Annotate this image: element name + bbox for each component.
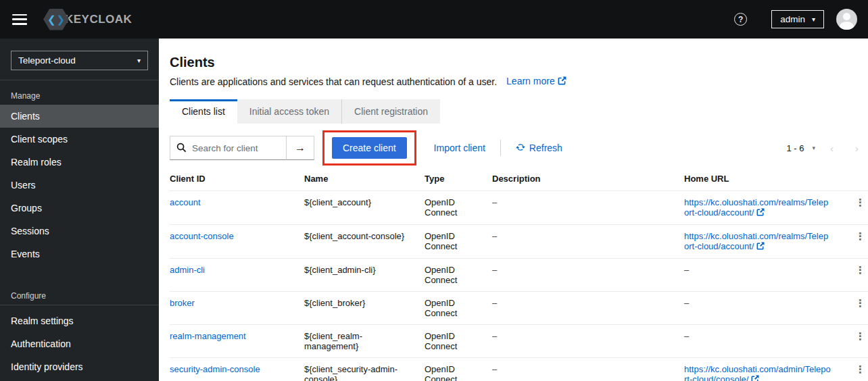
client-id-link[interactable]: realm-management [170, 331, 246, 341]
pagination-prev-icon[interactable]: ‹ [821, 143, 843, 154]
client-description: – [492, 292, 684, 325]
kebab-menu-icon[interactable]: ⋮ [855, 330, 865, 342]
sidebar-item-clients[interactable]: Clients [0, 105, 159, 128]
sidebar-item-users[interactable]: Users [0, 174, 159, 197]
refresh-icon [516, 143, 525, 154]
masthead: ❮❯ KEYCLOAK ? admin ▾ [0, 0, 868, 39]
client-type: OpenID Connect [425, 225, 492, 259]
table-row: account ${client_account} OpenID Connect… [170, 191, 868, 225]
client-type: OpenID Connect [425, 292, 492, 325]
home-url-empty: – [684, 325, 841, 358]
toolbar-divider [500, 140, 501, 156]
hamburger-menu-icon[interactable] [12, 14, 27, 25]
col-client-id: Client ID [170, 167, 304, 191]
logo-chevron-left: ❮ [47, 14, 56, 24]
col-description: Description [492, 167, 684, 191]
external-link-icon [756, 242, 765, 252]
table-header-row: Client ID Name Type Description Home URL [170, 167, 868, 191]
kebab-menu-icon[interactable]: ⋮ [855, 264, 865, 276]
col-actions [841, 167, 868, 191]
kebab-menu-icon[interactable]: ⋮ [855, 363, 865, 375]
import-client-link[interactable]: Import client [434, 143, 485, 153]
help-icon[interactable]: ? [734, 13, 747, 26]
client-name: ${client_admin-cli} [304, 259, 425, 292]
caret-down-icon: ▾ [812, 16, 815, 23]
sidebar-divider [0, 305, 159, 305]
tab-clients-list[interactable]: Clients list [170, 99, 237, 124]
pagination-range: 1 - 6 [786, 143, 804, 153]
learn-more-link[interactable]: Learn more [506, 76, 566, 87]
client-id-link[interactable]: account [170, 197, 201, 207]
search-submit-button[interactable]: → [286, 136, 314, 160]
client-type: OpenID Connect [425, 259, 492, 292]
kebab-menu-icon[interactable]: ⋮ [855, 197, 865, 208]
tab-bar: Clients list Initial access token Client… [170, 99, 868, 124]
user-menu-label: admin [780, 14, 805, 24]
client-name: ${client_realm-management} [304, 325, 425, 358]
sidebar-item-identity-providers[interactable]: Identity providers [0, 355, 159, 378]
search-input[interactable] [170, 143, 286, 153]
pagination-top: 1 - 6 ▾ ‹ › [786, 143, 868, 154]
home-url-link[interactable]: https://kc.oluoshati.com/realms/Teleport… [684, 197, 828, 218]
client-type: OpenID Connect [425, 191, 492, 225]
page-description: Clients are applications and services th… [170, 76, 497, 87]
realm-selector[interactable]: Teleport-cloud ▾ [11, 51, 148, 70]
annotation-highlight-box: Create client [322, 130, 416, 166]
col-home-url: Home URL [684, 167, 841, 191]
sidebar-item-realm-settings[interactable]: Realm settings [0, 309, 159, 332]
sidebar: Teleport-cloud ▾ Manage Clients Client s… [0, 39, 159, 381]
home-url-empty: – [684, 259, 841, 292]
sidebar-item-groups[interactable]: Groups [0, 197, 159, 220]
caret-down-icon: ▾ [137, 57, 141, 64]
keycloak-logo[interactable]: ❮❯ KEYCLOAK [43, 9, 132, 30]
user-menu-dropdown[interactable]: admin ▾ [771, 10, 824, 28]
external-link-icon [751, 375, 759, 381]
home-url-link[interactable]: https://kc.oluoshati.com/realms/Teleport… [684, 231, 828, 251]
client-id-link[interactable]: account-console [170, 231, 234, 241]
client-description: – [492, 259, 684, 292]
client-name: ${client_broker} [304, 292, 425, 325]
realm-selector-label: Teleport-cloud [18, 55, 76, 66]
section-title-configure: Configure [0, 280, 159, 305]
client-description: – [492, 191, 684, 225]
client-description: – [492, 225, 684, 259]
sidebar-item-realm-roles[interactable]: Realm roles [0, 151, 159, 174]
client-description: – [492, 325, 684, 358]
col-name: Name [304, 167, 425, 191]
home-url-link[interactable]: https://kc.oluoshati.com/admin/Teleport-… [684, 364, 831, 381]
table-row: account-console ${client_account-console… [170, 225, 868, 259]
sidebar-item-events[interactable]: Events [0, 243, 159, 265]
tab-initial-access-token[interactable]: Initial access token [237, 99, 342, 124]
kebab-menu-icon[interactable]: ⋮ [855, 230, 865, 242]
create-client-button[interactable]: Create client [332, 137, 407, 159]
table-row: broker ${client_broker} OpenID Connect –… [170, 292, 868, 325]
external-link-icon [756, 208, 765, 218]
home-url-empty: – [684, 292, 841, 325]
kebab-menu-icon[interactable]: ⋮ [855, 297, 865, 309]
client-type: OpenID Connect [425, 325, 492, 358]
keycloak-logo-icon: ❮❯ [43, 9, 69, 30]
external-link-icon [558, 76, 566, 87]
pagination-caret-icon[interactable]: ▾ [812, 145, 815, 151]
client-name: ${client_account-console} [304, 225, 425, 259]
client-type: OpenID Connect [425, 358, 492, 381]
client-id-link[interactable]: security-admin-console [170, 364, 260, 374]
sidebar-item-client-scopes[interactable]: Client scopes [0, 128, 159, 151]
client-id-link[interactable]: broker [170, 298, 195, 308]
search-icon [176, 143, 187, 155]
clients-table: Client ID Name Type Description Home URL… [170, 167, 868, 381]
table-row: security-admin-console ${client_security… [170, 358, 868, 381]
logo-chevron-right: ❯ [57, 14, 66, 24]
refresh-link[interactable]: Refresh [516, 143, 562, 154]
sidebar-item-sessions[interactable]: Sessions [0, 220, 159, 243]
table-row: realm-management ${client_realm-manageme… [170, 325, 868, 358]
main-content: Clients Clients are applications and ser… [159, 39, 868, 381]
sidebar-item-authentication[interactable]: Authentication [0, 332, 159, 355]
col-type: Type [425, 167, 492, 191]
pagination-next-icon[interactable]: › [846, 143, 868, 154]
client-name: ${client_security-admin-console} [304, 358, 425, 381]
table-toolbar: → Create client Import client Refresh 1 … [170, 133, 868, 163]
tab-client-registration[interactable]: Client registration [342, 99, 440, 124]
avatar[interactable] [836, 9, 857, 30]
client-id-link[interactable]: admin-cli [170, 265, 205, 275]
